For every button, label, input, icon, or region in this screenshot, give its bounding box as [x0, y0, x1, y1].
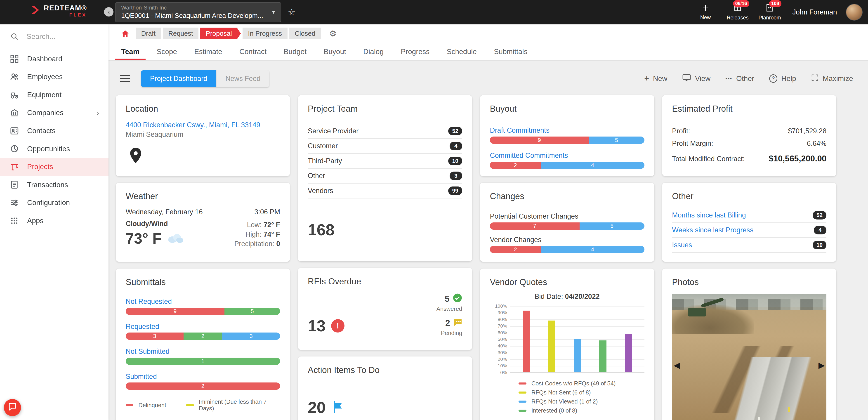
issues-link[interactable]: Issues — [672, 241, 692, 249]
status-tab-request[interactable]: Request — [163, 28, 198, 39]
sidebar-item-companies[interactable]: Companies › — [0, 104, 108, 122]
team-row-service-provider[interactable]: Service Provider 52 — [308, 124, 462, 139]
tab-submittals[interactable]: Submittals — [488, 43, 533, 61]
search-icon — [9, 32, 20, 41]
vendor-quotes-card: Vendor Quotes Bid Date: 04/20/2022 100% … — [480, 269, 654, 420]
rfis-answered-label: Answered — [436, 306, 462, 312]
submittals-submitted-link[interactable]: Submitted — [126, 372, 157, 381]
bar-segment: 9 — [126, 308, 224, 315]
photo-next-button[interactable]: ▶ — [818, 360, 825, 370]
home-icon[interactable] — [121, 29, 129, 38]
redteam-flex-logo[interactable]: REDTEAM® FLEX — [30, 4, 87, 18]
tab-contract[interactable]: Contract — [233, 43, 273, 61]
back-button[interactable]: ‹ — [104, 7, 114, 17]
tab-progress[interactable]: Progress — [395, 43, 436, 61]
project-team-card: Project Team Service Provider 52 Custome… — [298, 95, 472, 261]
rfis-overdue-count: 13 — [308, 317, 326, 335]
action-items-count: 20 — [308, 398, 326, 417]
team-row-third-party[interactable]: Third-Party 10 — [308, 154, 462, 169]
sidebar-item-projects[interactable]: Projects — [0, 158, 108, 176]
map-pin-icon[interactable] — [129, 147, 143, 166]
flag-icon — [331, 400, 343, 415]
view-button[interactable]: View — [682, 73, 710, 84]
search-input[interactable] — [27, 32, 93, 41]
card-title: RFIs Overdue — [308, 277, 462, 287]
submittals-requested-link[interactable]: Requested — [126, 323, 159, 330]
committed-commitments-bar: 2 4 — [490, 161, 644, 169]
releases-button[interactable]: 06/16 Releases — [726, 3, 749, 21]
team-row-customer[interactable]: Customer 4 — [308, 139, 462, 154]
weather-precipitation: Precipitation: 0 — [235, 240, 280, 248]
submittals-card: Submittals Not Requested 9 5 Requested 3… — [116, 269, 290, 420]
sidebar-item-employees[interactable]: Employees — [0, 68, 108, 86]
tab-buyout[interactable]: Buyout — [318, 43, 352, 61]
requested-bar: 3 2 3 — [126, 332, 280, 340]
sidebar-item-contacts[interactable]: Contacts — [0, 122, 108, 140]
legend-swatch — [126, 404, 133, 407]
project-dashboard-button[interactable]: Project Dashboard — [141, 70, 216, 87]
weeks-since-progress-link[interactable]: Weeks since last Progress — [672, 226, 753, 234]
card-title: Estimated Profit — [672, 104, 827, 114]
menu-icon[interactable] — [120, 75, 130, 82]
sidebar-item-dashboard[interactable]: Dashboard — [0, 50, 108, 68]
favorite-star-icon[interactable]: ☆ — [288, 7, 295, 17]
months-since-billing-link[interactable]: Months since last Billing — [672, 211, 746, 219]
rfis-pending-count: 2 — [445, 318, 450, 328]
changes-card: Changes Potential Customer Changes 7 5 V… — [480, 183, 654, 262]
submittals-not-requested-link[interactable]: Not Requested — [126, 298, 172, 305]
card-title: Vendor Quotes — [490, 277, 644, 287]
sidebar-item-apps[interactable]: Apps — [0, 212, 108, 230]
tab-budget[interactable]: Budget — [278, 43, 313, 61]
weather-card: Weather Wednesday, February 16 Cloudy/Wi… — [116, 183, 290, 262]
new-button[interactable]: New — [694, 4, 717, 21]
user-name: John Foreman — [793, 8, 837, 16]
sidebar-item-opportunities[interactable]: Opportunities — [0, 140, 108, 158]
chart-bar — [523, 310, 530, 372]
project-selector[interactable]: Warthon-Smith Inc 1QE0001 - Miami Seaqua… — [115, 2, 281, 22]
submittals-not-submitted-link[interactable]: Not Submitted — [126, 348, 169, 355]
status-tab-draft[interactable]: Draft — [135, 28, 161, 39]
construction-photo: ◀ ▶ — [672, 294, 827, 420]
status-tab-proposal[interactable]: Proposal — [200, 28, 241, 39]
tab-schedule[interactable]: Schedule — [440, 43, 483, 61]
gear-icon[interactable]: ⚙ — [329, 29, 337, 38]
location-address-link[interactable]: 4400 Rickenbacker Cswy., Miami, FL 33149 — [126, 121, 260, 129]
legend-swatch — [519, 383, 526, 385]
legend-item: Imminent (Due less than 7 Days) — [186, 398, 280, 412]
count-badge: 4 — [450, 142, 462, 150]
total-contract-value: $10,565,200.00 — [769, 154, 827, 163]
bank-icon — [9, 108, 20, 118]
other-button[interactable]: ••• Other — [725, 74, 754, 83]
status-tab-in-progress[interactable]: In Progress — [243, 28, 287, 39]
bar-segment: 2 — [126, 383, 280, 390]
brand-sub: FLEX — [69, 13, 87, 18]
team-row-vendors[interactable]: Vendors 99 — [308, 184, 462, 199]
team-row-other[interactable]: Other 3 — [308, 169, 462, 184]
sidebar-item-configuration[interactable]: Configuration — [0, 194, 108, 212]
committed-commitments-link[interactable]: Committed Commitments — [490, 151, 568, 159]
tab-scope[interactable]: Scope — [151, 43, 183, 61]
people-icon — [9, 72, 20, 82]
legend-item: RFQs Not Sent (6 of 8) — [519, 389, 616, 396]
legend-item: Delinquent — [126, 402, 166, 409]
help-icon: ? — [769, 74, 778, 83]
user-avatar[interactable] — [846, 4, 862, 20]
status-tab-closed[interactable]: Closed — [289, 28, 321, 39]
tab-dialog[interactable]: Dialog — [357, 43, 390, 61]
news-feed-button[interactable]: News Feed — [216, 70, 269, 87]
sidebar-item-transactions[interactable]: Transactions — [0, 176, 108, 194]
chat-button[interactable] — [4, 399, 21, 416]
photo-prev-button[interactable]: ◀ — [674, 360, 680, 370]
tab-team[interactable]: Team — [115, 43, 146, 61]
bar-segment: 4 — [541, 161, 645, 169]
chevron-down-icon: ▾ — [266, 9, 281, 16]
tab-estimate[interactable]: Estimate — [188, 43, 228, 61]
team-total-count: 168 — [308, 221, 462, 239]
planroom-button[interactable]: 108 Planroom — [758, 3, 781, 21]
help-button[interactable]: ? Help — [769, 74, 796, 83]
new-card-button[interactable]: + New — [644, 74, 667, 83]
draft-commitments-link[interactable]: Draft Commitments — [490, 126, 550, 134]
check-circle-icon — [453, 293, 462, 305]
sidebar-item-equipment[interactable]: Equipment — [0, 86, 108, 104]
maximize-button[interactable]: Maximize — [811, 74, 853, 83]
